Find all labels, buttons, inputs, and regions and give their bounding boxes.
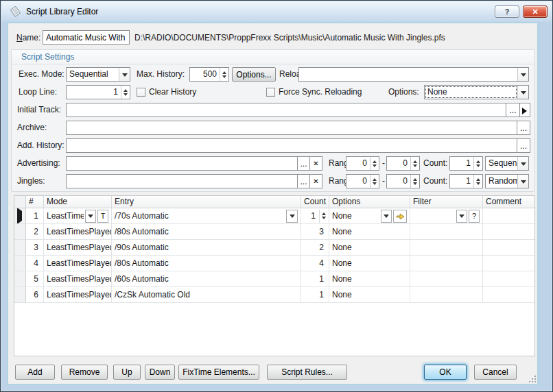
table-row-2[interactable]: 2 LeastTimesPlayed /80s Automatic 3 None [14,224,534,240]
ellipsis-icon: ... [509,106,516,115]
mode-t-button[interactable]: T [97,210,108,223]
spinner-arrows-icon[interactable] [473,175,482,188]
play-icon [522,108,530,114]
archive-input[interactable] [66,121,517,135]
cell-entry: /CzSk Automatic Old [112,287,301,303]
cell-options-editor[interactable]: None [329,208,410,224]
cell-num: 2 [26,224,44,240]
fixtime-elements-button[interactable]: FixTime Elements... [178,365,259,380]
cell-num: 3 [26,240,44,256]
script-rules-button[interactable]: Script Rules... [267,365,347,380]
table-row-4[interactable]: 4 LeastTimesPlayed /80s Automatic 4 None [14,256,534,271]
spinner-arrows-icon[interactable] [370,175,379,188]
options-combo[interactable]: None [424,85,529,99]
chevron-down-icon[interactable] [517,68,528,81]
up-button[interactable]: Up [113,365,141,380]
jingles-label: Jingles: [17,174,45,188]
jingles-clear-button[interactable]: ✕ [309,174,322,188]
cell-count-editor[interactable]: 1 [301,208,329,224]
ok-button[interactable]: OK [424,365,467,380]
force-sync-reloading-checkbox[interactable] [266,88,275,97]
name-input[interactable] [43,30,130,45]
history-options-button[interactable]: Options... [232,67,276,82]
add-history-browse-button[interactable]: ... [517,138,530,153]
jingles-input[interactable] [66,174,298,188]
resize-grip[interactable] [529,376,536,382]
mode-dropdown-button[interactable] [85,210,96,223]
cell-filter-editor[interactable]: ? [410,208,483,224]
jingles-mode-combo[interactable]: Random [485,174,529,188]
advertising-clear-button[interactable]: ✕ [309,156,322,171]
grid-header-options[interactable]: Options [329,196,410,208]
cell-count: 1 [301,287,329,303]
archive-browse-button[interactable]: ... [517,121,530,135]
exec-mode-combo[interactable]: Sequential [66,67,130,82]
spinner-arrows-icon[interactable] [473,157,482,170]
grid-header-comment[interactable]: Comment [483,196,534,208]
max-history-spinner[interactable]: 500 [189,67,229,82]
filter-help-button[interactable]: ? [469,210,480,223]
options-combo-label: Options: [388,85,419,99]
cell-count: 3 [301,224,329,240]
options-dropdown-button[interactable] [381,210,392,223]
cell-filter [410,224,483,240]
cell-mode: LeastTimesPlayed [44,224,112,240]
clear-history-checkbox[interactable] [137,88,145,97]
table-row-6[interactable]: 6 LeastTimesPlayed /CzSk Automatic Old 1… [14,287,534,303]
entry-dropdown-button[interactable] [286,210,298,223]
grid-header-mode[interactable]: Mode [44,196,112,208]
reload-combo[interactable] [298,67,529,82]
advertising-count-spinner[interactable]: 1 [449,156,483,171]
initial-track-browse-button[interactable]: ... [506,103,520,117]
cell-entry-editor[interactable]: /70s Automatic [112,208,301,224]
chevron-down-icon[interactable] [119,68,130,81]
grid-header-count[interactable]: Count [301,196,329,208]
table-row-1[interactable]: 1 LeastTime... T /70s Automatic 1 None [14,208,534,224]
cell-comment [483,256,534,271]
chevron-down-icon[interactable] [517,86,528,99]
add-history-input[interactable] [66,138,517,153]
initial-track-play-button[interactable] [519,103,530,117]
jingles-range-from-spinner[interactable]: 0 [346,174,379,188]
grid-header-num[interactable]: # [26,196,44,208]
options-goto-button[interactable] [393,210,407,223]
chevron-down-icon [88,215,93,221]
grid-header-entry[interactable]: Entry [112,196,301,208]
name-label: Name: [16,31,40,45]
advertising-range-to-spinner[interactable]: 0 [386,156,420,171]
loop-line-spinner[interactable]: 1 [66,85,130,99]
advertising-mode-combo[interactable]: Sequen... [485,156,529,171]
spinner-arrows-icon[interactable] [410,157,419,170]
spinner-arrows-icon[interactable] [370,157,379,170]
spinner-arrows-icon[interactable] [220,68,228,81]
spinner-arrows-icon[interactable] [410,175,419,188]
table-row-3[interactable]: 3 LeastTimesPlayed /90s Automatic 2 None [14,240,534,256]
chevron-down-icon[interactable] [517,157,528,170]
close-button[interactable]: ✕ [523,5,548,18]
goto-arrow-icon [396,212,405,220]
cell-comment [483,271,534,287]
initial-track-input[interactable] [66,103,506,117]
cell-filter [410,287,483,303]
jingles-count-spinner[interactable]: 1 [449,174,483,188]
grid-header-filter[interactable]: Filter [410,196,483,208]
jingles-range-to-spinner[interactable]: 0 [386,174,420,188]
table-row-5[interactable]: 5 LeastTimesPlayed /60s Automatic 1 None [14,271,534,287]
down-button[interactable]: Down [145,365,175,380]
advertising-input[interactable] [66,156,298,171]
spinner-arrows-icon[interactable] [121,86,130,99]
title-bar[interactable]: Script Library Editor ? ✕ [1,1,552,22]
remove-button[interactable]: Remove [61,365,108,380]
cancel-button[interactable]: Cancel [474,365,517,380]
add-button[interactable]: Add [15,365,55,380]
help-button[interactable]: ? [495,5,519,18]
chevron-down-icon[interactable] [517,175,528,188]
advertising-range-from-spinner[interactable]: 0 [346,156,379,171]
jingles-browse-button[interactable]: ... [297,174,310,188]
script-entries-grid: # Mode Entry Count Options Filter Commen… [14,195,535,356]
advertising-browse-button[interactable]: ... [297,156,310,171]
cell-mode-editor[interactable]: LeastTime... T [44,208,112,224]
count-spinner[interactable] [319,210,327,223]
filter-dropdown-button[interactable] [456,210,467,223]
exec-mode-label: Exec. Mode: [19,67,64,82]
